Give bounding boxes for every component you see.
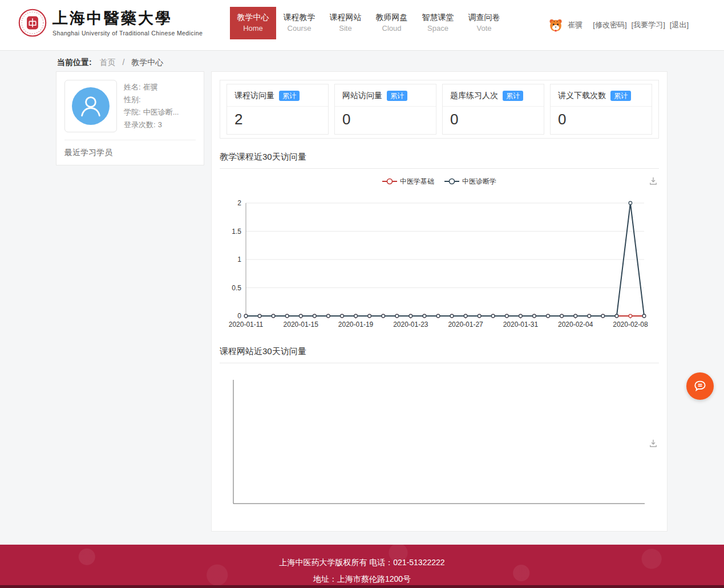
- stat-card-1: 网站访问量累计0: [334, 84, 436, 135]
- nav-tab-label-zh: 智慧课堂: [415, 11, 461, 23]
- stat-value: 0: [443, 107, 544, 134]
- profile-fields: 姓名:崔骥性别:学院:中医诊断...登录次数:3: [124, 80, 179, 132]
- nav-tab-space[interactable]: 智慧课堂Space: [415, 7, 461, 39]
- profile-field: 学院:中医诊断...: [124, 106, 179, 119]
- university-name-en: Shanghai University of Traditional Chine…: [52, 30, 203, 37]
- stat-badge: 累计: [387, 91, 407, 101]
- svg-text:2020-01-27: 2020-01-27: [448, 321, 483, 329]
- user-link[interactable]: [退出]: [670, 21, 689, 29]
- main-nav: 教学中心Home课程教学Course课程网站Site教师网盘Cloud智慧课堂S…: [230, 7, 507, 39]
- user-links: [修改密码][我要学习][退出]: [588, 20, 689, 30]
- nav-tab-cloud[interactable]: 教师网盘Cloud: [369, 7, 415, 39]
- recent-students-title: 最近学习学员: [64, 140, 196, 158]
- svg-text:1.5: 1.5: [232, 228, 241, 236]
- main-panel: 课程访问量累计2网站访问量累计0题库练习人次累计0讲义下载次数累计0 教学课程近…: [211, 71, 668, 532]
- person-icon: [75, 90, 107, 122]
- university-logo: 上海中醫藥大學 Shanghai University of Tradition…: [18, 9, 203, 37]
- section-title-site-visits: 课程网站近30天访问量: [220, 346, 659, 363]
- nav-tab-site[interactable]: 课程网站Site: [322, 7, 369, 39]
- legend-item[interactable]: 中医学基础: [382, 177, 434, 186]
- svg-text:0: 0: [237, 312, 241, 320]
- profile-field: 登录次数:3: [124, 119, 179, 131]
- nav-tab-label-en: Vote: [461, 23, 507, 34]
- header: 上海中醫藥大學 Shanghai University of Tradition…: [0, 0, 724, 51]
- stat-value: 2: [227, 107, 328, 134]
- breadcrumb-label: 当前位置:: [57, 58, 92, 67]
- legend-label: 中医学基础: [400, 177, 434, 186]
- stat-label: 课程访问量: [234, 91, 274, 101]
- download-icon[interactable]: [649, 439, 658, 448]
- profile-field: 姓名:崔骥: [124, 81, 179, 94]
- profile-field: 性别:: [124, 94, 179, 106]
- footer-copyright: 上海中医药大学版权所有 电话：021-51322222: [0, 554, 724, 571]
- chat-button[interactable]: [686, 372, 714, 400]
- stat-card-3: 讲义下载次数累计0: [550, 84, 652, 135]
- stat-label: 题库练习人次: [450, 91, 498, 101]
- nav-tab-label-en: Cloud: [369, 23, 415, 34]
- breadcrumb-home-link[interactable]: 首页: [100, 58, 116, 67]
- nav-tab-vote[interactable]: 调查问卷Vote: [461, 7, 507, 39]
- legend-item[interactable]: 中医诊断学: [444, 177, 496, 186]
- nav-tab-label-zh: 课程网站: [322, 11, 369, 23]
- user-avatar-tiger-icon: [548, 18, 563, 33]
- breadcrumb: 当前位置: 首页 / 教学中心: [57, 58, 163, 68]
- user-box: 崔骥 [修改密码][我要学习][退出]: [548, 18, 689, 33]
- nav-tab-label-zh: 课程教学: [276, 11, 322, 23]
- nav-tab-home[interactable]: 教学中心Home: [230, 7, 276, 39]
- legend-label: 中医诊断学: [462, 177, 496, 186]
- nav-tab-label-en: Site: [322, 23, 369, 34]
- legend-marker-icon: [444, 178, 459, 185]
- svg-text:1: 1: [237, 256, 241, 263]
- nav-tab-course[interactable]: 课程教学Course: [276, 7, 322, 39]
- svg-text:2020-02-08: 2020-02-08: [613, 321, 648, 329]
- stat-card-0: 课程访问量累计2: [226, 84, 329, 135]
- section-title-course-visits: 教学课程近30天访问量: [220, 152, 659, 169]
- stat-label: 网站访问量: [342, 91, 382, 101]
- profile-avatar: [64, 80, 117, 132]
- breadcrumb-current: 教学中心: [131, 58, 163, 67]
- site-visits-chart[interactable]: [220, 364, 659, 508]
- svg-text:2020-01-19: 2020-01-19: [338, 321, 374, 329]
- nav-tab-label-zh: 教师网盘: [369, 11, 415, 23]
- user-name: 崔骥: [568, 20, 583, 30]
- footer-address: 地址：上海市蔡伦路1200号: [0, 571, 724, 587]
- profile-card: 姓名:崔骥性别:学院:中医诊断...登录次数:3 最近学习学员: [56, 71, 204, 165]
- stats-cards: 课程访问量累计2网站访问量累计0题库练习人次累计0讲义下载次数累计0: [220, 80, 659, 139]
- breadcrumb-separator: /: [122, 58, 124, 67]
- nav-tab-label-zh: 教学中心: [230, 11, 276, 23]
- user-link[interactable]: [修改密码]: [593, 21, 626, 29]
- page-footer: 上海中医药大学版权所有 电话：021-51322222 地址：上海市蔡伦路120…: [0, 545, 724, 588]
- nav-tab-label-zh: 调查问卷: [461, 11, 507, 23]
- stat-badge: 累计: [610, 91, 631, 101]
- stat-value: 0: [335, 107, 436, 134]
- svg-text:2020-02-04: 2020-02-04: [558, 321, 593, 329]
- svg-text:0.5: 0.5: [232, 284, 241, 292]
- download-icon[interactable]: [649, 176, 658, 185]
- university-name: 上海中醫藥大學: [52, 9, 203, 28]
- nav-tab-label-en: Space: [415, 23, 461, 34]
- stat-value: 0: [551, 107, 652, 134]
- stat-label: 讲义下载次数: [558, 91, 606, 101]
- legend-marker-icon: [382, 178, 397, 185]
- nav-tab-label-en: Course: [276, 23, 322, 34]
- university-seal-icon: [18, 9, 47, 37]
- svg-text:2020-01-23: 2020-01-23: [393, 321, 428, 329]
- stat-badge: 累计: [503, 91, 523, 101]
- chart1-legend: 中医学基础中医诊断学: [220, 172, 659, 190]
- speech-bubble-icon: [693, 379, 707, 394]
- svg-text:2020-01-11: 2020-01-11: [229, 321, 264, 329]
- stat-badge: 累计: [279, 91, 300, 101]
- user-link[interactable]: [我要学习]: [632, 21, 665, 29]
- chart1-legend-row: 中医学基础中医诊断学: [220, 172, 659, 190]
- stat-card-2: 题库练习人次累计0: [442, 84, 544, 135]
- course-visits-chart[interactable]: 00.511.522020-01-112020-01-152020-01-192…: [220, 192, 659, 333]
- svg-text:2: 2: [237, 199, 241, 207]
- nav-tab-label-en: Home: [230, 23, 276, 34]
- svg-text:2020-01-15: 2020-01-15: [284, 321, 319, 329]
- svg-text:2020-01-31: 2020-01-31: [503, 321, 539, 329]
